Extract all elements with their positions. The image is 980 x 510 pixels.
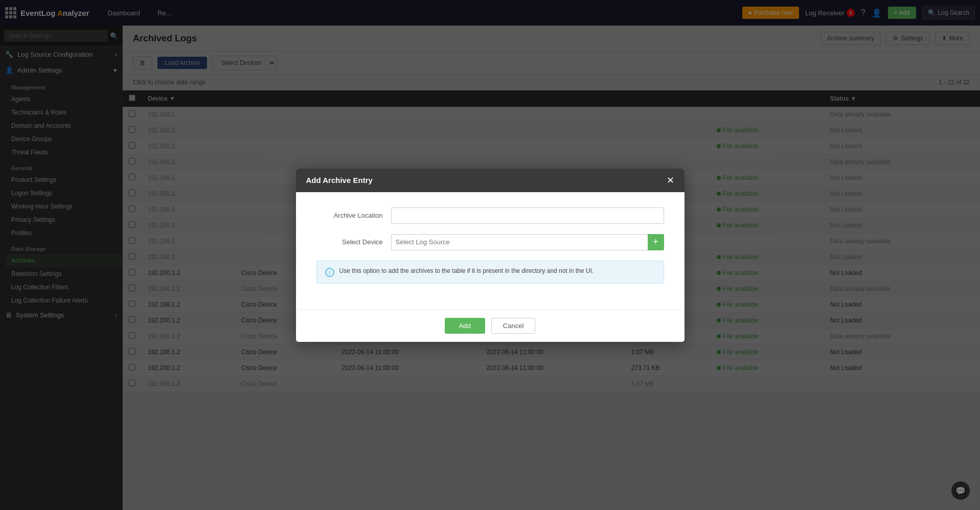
add-device-button[interactable]: + — [648, 234, 664, 250]
modal-close-button[interactable]: ✕ — [667, 176, 674, 185]
modal-overlay: Add Archive Entry ✕ Archive Location Sel… — [0, 0, 980, 510]
modal-footer: Add Cancel — [296, 309, 685, 342]
info-text: Use this option to add the archives to t… — [339, 267, 594, 274]
modal-header: Add Archive Entry ✕ — [296, 169, 685, 192]
select-device-label: Select Device — [316, 238, 383, 246]
modal-title: Add Archive Entry — [306, 176, 373, 184]
add-archive-modal: Add Archive Entry ✕ Archive Location Sel… — [296, 169, 685, 342]
archive-location-label: Archive Location — [316, 212, 383, 219]
modal-add-button[interactable]: Add — [445, 318, 485, 334]
info-box: i Use this option to add the archives to… — [316, 261, 664, 284]
select-device-wrapper: + — [391, 234, 664, 250]
modal-cancel-button[interactable]: Cancel — [491, 318, 535, 334]
info-icon: i — [325, 268, 334, 277]
archive-location-input[interactable] — [391, 207, 664, 224]
select-device-row: Select Device + — [316, 234, 664, 250]
select-log-source-input[interactable] — [391, 234, 648, 250]
archive-location-row: Archive Location — [316, 207, 664, 224]
modal-body: Archive Location Select Device + i Use t… — [296, 192, 685, 309]
